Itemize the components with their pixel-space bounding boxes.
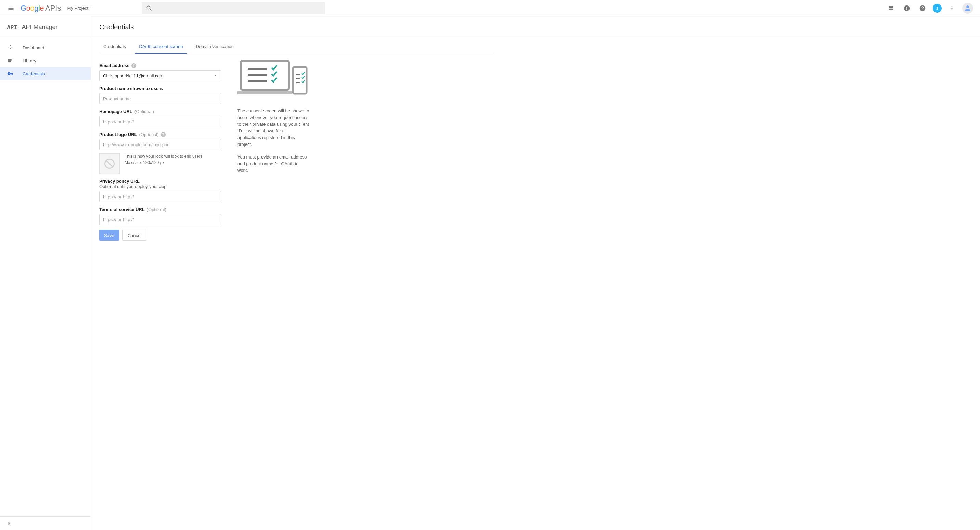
- help-icon[interactable]: ?: [161, 132, 165, 137]
- tos-url-input[interactable]: [99, 214, 221, 225]
- homepage-url-label: Homepage URL: [99, 109, 132, 114]
- caret-down-icon: [90, 5, 94, 11]
- sidebar-nav: Dashboard Library Credentials: [0, 38, 91, 516]
- caret-down-icon: [214, 74, 217, 77]
- logo-url-input[interactable]: [99, 139, 221, 150]
- privacy-url-input[interactable]: [99, 191, 221, 202]
- hamburger-menu-button[interactable]: [3, 0, 19, 16]
- topbar-actions: 1: [886, 3, 977, 14]
- tab-credentials[interactable]: Credentials: [99, 38, 130, 54]
- email-value: ChristopherNail11@gmail.com: [103, 73, 163, 78]
- google-word: Google: [21, 4, 44, 13]
- privacy-subtext: Optional until you deploy your app: [99, 184, 221, 189]
- tab-oauth-consent[interactable]: OAuth consent screen: [135, 38, 187, 54]
- google-apis-logo[interactable]: Google APIs: [21, 4, 61, 13]
- svg-rect-7: [296, 78, 301, 79]
- homepage-url-field-group: Homepage URL (Optional): [99, 109, 221, 127]
- menu-icon: [8, 5, 14, 12]
- sidebar-item-credentials[interactable]: Credentials: [0, 67, 91, 80]
- api-icon: API: [7, 24, 17, 31]
- email-select[interactable]: ChristopherNail11@gmail.com: [99, 70, 221, 81]
- chevron-left-icon: [7, 521, 12, 526]
- product-name-field-group: Product name shown to users: [99, 86, 221, 104]
- svg-rect-3: [248, 74, 267, 76]
- logo-url-field-group: Product logo URL (Optional) ? This is ho…: [99, 132, 221, 174]
- account-avatar[interactable]: [962, 3, 973, 14]
- cancel-button[interactable]: Cancel: [123, 230, 146, 241]
- sidebar-item-label: Credentials: [22, 71, 45, 77]
- privacy-url-label: Privacy policy URL: [99, 179, 140, 184]
- button-row: Save Cancel: [99, 230, 221, 241]
- project-name: My Project: [67, 5, 88, 11]
- logo-hint-line2: Max size: 120x120 px: [124, 160, 202, 166]
- content: Credentials OAuth consent screen Domain …: [91, 38, 502, 254]
- sidebar-collapse-button[interactable]: [0, 516, 91, 530]
- gift-icon[interactable]: [886, 3, 897, 14]
- logo-hint: This is how your logo will look to end u…: [124, 153, 202, 166]
- search-input[interactable]: [157, 5, 321, 11]
- page-title: Credentials: [99, 23, 134, 31]
- svg-rect-8: [296, 82, 301, 83]
- more-vert-icon[interactable]: [947, 3, 958, 14]
- form-row: Email address ? ChristopherNail11@gmail.…: [99, 58, 493, 241]
- help-icon[interactable]: ?: [131, 63, 136, 68]
- sidebar-item-library[interactable]: Library: [0, 54, 91, 67]
- topbar: Google APIs My Project 1: [0, 0, 980, 16]
- search-container: [142, 2, 325, 14]
- side-paragraph-2: You must provide an email address and pr…: [237, 154, 309, 174]
- product-name-input[interactable]: [99, 93, 221, 104]
- svg-rect-1: [237, 91, 292, 94]
- svg-rect-4: [248, 80, 267, 82]
- optional-hint: (Optional): [134, 109, 154, 114]
- optional-hint: (Optional): [139, 132, 159, 137]
- notification-count: 1: [936, 6, 939, 11]
- tos-url-field-group: Terms of service URL (Optional): [99, 207, 221, 225]
- sidebar-item-dashboard[interactable]: Dashboard: [0, 41, 91, 54]
- main: Credentials Credentials OAuth consent sc…: [91, 16, 980, 530]
- side-paragraph-1: The consent screen will be shown to user…: [237, 107, 309, 148]
- search-icon: [146, 5, 153, 12]
- help-icon[interactable]: [917, 3, 928, 14]
- library-icon: [7, 57, 14, 64]
- no-logo-icon: [103, 158, 116, 170]
- form-column: Email address ? ChristopherNail11@gmail.…: [99, 58, 221, 241]
- alert-icon[interactable]: [901, 3, 912, 14]
- logo-hint-line1: This is how your logo will look to end u…: [124, 153, 202, 160]
- tabs: Credentials OAuth consent screen Domain …: [99, 38, 493, 54]
- main-header: Credentials: [91, 16, 980, 38]
- save-button[interactable]: Save: [99, 230, 119, 241]
- notification-badge[interactable]: 1: [933, 4, 942, 13]
- logo-placeholder: [99, 153, 120, 174]
- logo-preview-row: This is how your logo will look to end u…: [99, 153, 221, 174]
- homepage-url-input[interactable]: [99, 116, 221, 127]
- sidebar-header: API API Manager: [0, 16, 91, 38]
- project-selector[interactable]: My Project: [67, 5, 94, 11]
- sidebar-title: API Manager: [22, 24, 58, 31]
- tab-domain-verification[interactable]: Domain verification: [192, 38, 238, 54]
- search-box[interactable]: [142, 2, 325, 14]
- product-name-label: Product name shown to users: [99, 86, 163, 91]
- dashboard-icon: [7, 45, 14, 51]
- svg-rect-2: [248, 68, 267, 70]
- consent-illustration: [237, 59, 309, 96]
- key-icon: [7, 70, 14, 77]
- apis-word: APIs: [45, 4, 61, 13]
- sidebar: API API Manager Dashboard Library Cred: [0, 16, 91, 530]
- email-label: Email address: [99, 63, 129, 68]
- optional-hint: (Optional): [147, 207, 166, 212]
- layout: API API Manager Dashboard Library Cred: [0, 16, 980, 530]
- svg-rect-6: [296, 74, 301, 75]
- side-info-column: The consent screen will be shown to user…: [237, 58, 309, 241]
- email-field-group: Email address ? ChristopherNail11@gmail.…: [99, 63, 221, 81]
- privacy-url-field-group: Privacy policy URL Optional until you de…: [99, 179, 221, 202]
- tos-url-label: Terms of service URL: [99, 207, 145, 212]
- sidebar-item-label: Dashboard: [22, 45, 45, 50]
- sidebar-item-label: Library: [22, 58, 36, 63]
- logo-url-label: Product logo URL: [99, 132, 137, 137]
